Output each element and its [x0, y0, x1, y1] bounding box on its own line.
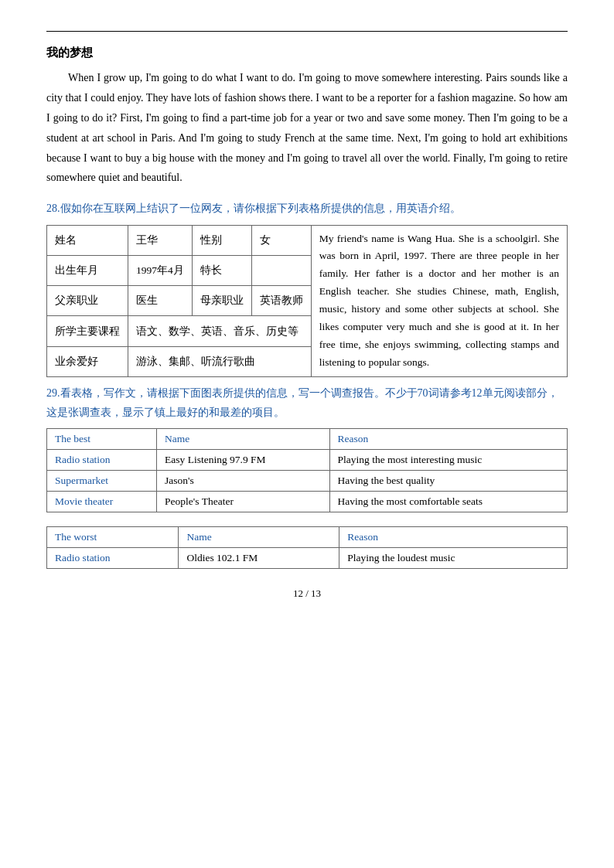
table-cell [251, 255, 311, 285]
table-row: Movie theater People's Theater Having th… [47, 492, 568, 512]
table-row: 所学主要课程 语文、数学、英语、音乐、历史等 [47, 316, 312, 346]
table-row: 姓名 王华 性别 女 [47, 225, 312, 255]
table-cell: 1997年4月 [128, 255, 193, 285]
table-row: 业余爱好 游泳、集邮、听流行歌曲 [47, 346, 312, 376]
table-row: 父亲职业 医生 母亲职业 英语教师 [47, 286, 312, 316]
q29-text: 29.看表格，写作文，请根据下面图表所提供的信息，写一个调查报告。不少于70词请… [46, 387, 558, 418]
worst-row1-col2: Oldies 102.1 FM [179, 548, 339, 569]
best-header-col2: Name [157, 429, 329, 450]
essay-body: When I grow up, I'm going to do what I w… [46, 68, 568, 188]
q28-text: 28.假如你在互联网上结识了一位网友，请你根据下列表格所提供的信息，用英语介绍。 [46, 203, 461, 214]
table-cell: 姓名 [47, 225, 128, 255]
table-cell: 医生 [128, 286, 193, 316]
worst-header-col2: Name [179, 527, 339, 548]
person-description: My friend's name is Wang Hua. She is a s… [312, 225, 568, 378]
best-survey-table: The best Name Reason Radio station Easy … [46, 428, 568, 512]
table-cell: 语文、数学、英语、音乐、历史等 [128, 316, 312, 346]
table-cell: 英语教师 [251, 286, 311, 316]
worst-survey-table: The worst Name Reason Radio station Oldi… [46, 526, 568, 569]
table-row: 出生年月 1997年4月 特长 [47, 255, 312, 285]
best-row3-col2: People's Theater [157, 492, 329, 512]
table-cell: 女 [251, 225, 311, 255]
essay-paragraph: When I grow up, I'm going to do what I w… [46, 68, 568, 188]
page-number: 12 / 13 [46, 587, 568, 600]
best-row1-col2: Easy Listening 97.9 FM [157, 450, 329, 471]
table-cell: 出生年月 [47, 255, 128, 285]
table-cell: 性别 [192, 225, 251, 255]
best-row2-col3: Having the best quality [329, 471, 567, 492]
best-row2-col1: Supermarket [47, 471, 157, 492]
table-row: Radio station Easy Listening 97.9 FM Pla… [47, 450, 568, 471]
table-cell: 业余爱好 [47, 346, 128, 376]
best-row3-col3: Having the most comfortable seats [329, 492, 567, 512]
table-header-row: The best Name Reason [47, 429, 568, 450]
table-cell: 王华 [128, 225, 193, 255]
table-header-row: The worst Name Reason [47, 527, 568, 548]
best-header-col3: Reason [329, 429, 567, 450]
table-cell: 母亲职业 [192, 286, 251, 316]
top-border [46, 31, 568, 32]
worst-row1-col3: Playing the loudest music [339, 548, 568, 569]
best-row1-col3: Playing the most interesting music [329, 450, 567, 471]
best-row2-col2: Jason's [157, 471, 329, 492]
person-info-table: 姓名 王华 性别 女 出生年月 1997年4月 特长 父亲职业 医生 母亲职业 … [46, 225, 312, 378]
worst-header-col1: The worst [47, 527, 179, 548]
best-row1-col1: Radio station [47, 450, 157, 471]
table-row: Supermarket Jason's Having the best qual… [47, 471, 568, 492]
person-info-section: 姓名 王华 性别 女 出生年月 1997年4月 特长 父亲职业 医生 母亲职业 … [46, 225, 568, 378]
best-header-col1: The best [47, 429, 157, 450]
table-row: Radio station Oldies 102.1 FM Playing th… [47, 548, 568, 569]
worst-header-col3: Reason [339, 527, 568, 548]
page: 我的梦想 When I grow up, I'm going to do wha… [0, 0, 614, 868]
table-cell: 特长 [192, 255, 251, 285]
q29-label: 29.看表格，写作文，请根据下面图表所提供的信息，写一个调查报告。不少于70词请… [46, 383, 568, 422]
q28-label: 28.假如你在互联网上结识了一位网友，请你根据下列表格所提供的信息，用英语介绍。 [46, 199, 568, 218]
table-cell: 父亲职业 [47, 286, 128, 316]
table-cell: 游泳、集邮、听流行歌曲 [128, 346, 312, 376]
best-row3-col1: Movie theater [47, 492, 157, 512]
section-title: 我的梦想 [46, 46, 568, 60]
worst-row1-col1: Radio station [47, 548, 179, 569]
table-cell: 所学主要课程 [47, 316, 128, 346]
